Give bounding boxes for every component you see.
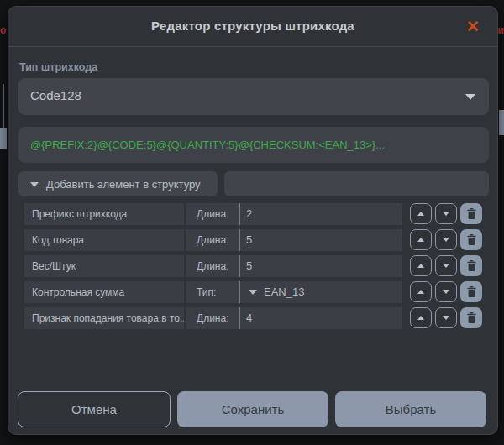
row-length-field[interactable]: 2 [246,203,399,225]
close-icon[interactable]: ✕ [462,16,484,38]
row-bar: Длина: 5 [186,255,402,277]
arrow-down-icon [443,264,449,268]
delete-row-button[interactable] [460,229,482,250]
arrow-down-icon [443,316,449,320]
row-param-label: Длина: [197,307,228,329]
delete-row-button[interactable] [460,281,482,302]
arrow-up-icon [417,316,424,320]
select-button[interactable]: Выбрать [335,391,486,427]
row-length-field[interactable]: 4 [246,307,399,329]
arrow-up-icon [417,238,424,242]
move-down-button[interactable] [435,229,457,250]
structure-row: Код товара Длина: 5 [8,229,499,251]
structure-row: Признак попадания товара в то... Длина: … [8,307,499,329]
background-divider-fragment [3,84,4,128]
delete-row-button[interactable] [460,203,482,224]
row-param-label: Длина: [197,203,228,225]
dialog-header: Редактор структуры штрихкода ✕ [8,7,497,47]
barcode-type-select[interactable]: Code128 [18,78,489,115]
row-bar: Тип: EAN_13 [186,281,402,303]
cancel-button[interactable]: Отмена [18,391,171,427]
barcode-type-label: Тип штрихкода [19,61,97,73]
row-name: Префикс штрихкода [24,203,184,225]
row-separator [239,255,240,277]
structure-row: Вес/Штук Длина: 5 [8,255,499,277]
checksum-type-value: EAN_13 [264,281,304,303]
move-down-button[interactable] [435,307,457,328]
add-element-label: Добавить элемент в структуру [46,178,201,191]
row-separator [239,281,240,303]
move-down-button[interactable] [435,203,457,224]
row-length-field[interactable]: 5 [246,229,399,251]
row-name: Признак попадания товара в то... [24,307,184,329]
move-up-button[interactable] [410,203,432,224]
move-up-button[interactable] [410,229,432,250]
chevron-down-icon [465,94,475,100]
background-block-fragment-left [0,128,7,149]
save-button[interactable]: Сохранить [177,391,328,427]
move-up-button[interactable] [410,281,432,302]
trash-icon [467,234,476,245]
trash-icon [467,208,476,219]
row-name: Код товара [24,229,184,251]
background-text-fragment-left: о [0,24,6,36]
row-bar: Длина: 5 [186,229,402,251]
move-up-button[interactable] [410,255,432,276]
barcode-structure-editor-dialog: Редактор структуры штрихкода ✕ Тип штрих… [8,6,498,435]
row-param-label: Длина: [197,255,228,277]
chevron-down-icon [30,182,39,187]
structure-row: Префикс штрихкода Длина: 2 [8,203,499,225]
row-bar: Длина: 2 [186,203,402,225]
add-element-button[interactable]: Добавить элемент в структуру [18,171,218,196]
delete-row-button[interactable] [460,307,482,328]
row-param-label: Длина: [197,229,228,251]
move-down-button[interactable] [435,281,457,302]
trash-icon [467,286,476,297]
row-name: Контрольная сумма [24,281,184,303]
row-length-field[interactable]: 5 [246,255,399,277]
move-up-button[interactable] [410,307,432,328]
chevron-down-icon [249,290,257,295]
arrow-up-icon [417,212,424,216]
row-separator [239,307,240,329]
structure-preview-field[interactable]: @{PREFIX:2}@{CODE:5}@{QUANTITY:5}@{CHECK… [18,127,489,163]
dialog-title: Редактор структуры штрихкода [8,18,497,33]
row-bar: Длина: 4 [186,307,402,329]
delete-row-button[interactable] [460,255,482,276]
row-param-label: Тип: [197,281,216,303]
barcode-type-value: Code128 [30,88,81,102]
trash-icon [467,260,476,271]
add-element-input[interactable] [224,171,489,196]
structure-row: Контрольная сумма Тип: EAN_13 [8,281,499,303]
background-text-fragment-right: и [498,24,504,36]
move-down-button[interactable] [435,255,457,276]
checksum-type-select[interactable]: EAN_13 [246,281,399,303]
row-name: Вес/Штук [24,255,184,277]
arrow-up-icon [417,290,424,294]
arrow-down-icon [443,238,449,242]
background-block-fragment-right [499,110,504,135]
structure-preview-text: @{PREFIX:2}@{CODE:5}@{QUANTITY:5}@{CHECK… [30,139,479,151]
arrow-up-icon [417,264,424,268]
row-separator [239,203,240,225]
arrow-down-icon [443,290,449,294]
trash-icon [467,312,476,323]
arrow-down-icon [443,212,449,216]
row-separator [239,229,240,251]
